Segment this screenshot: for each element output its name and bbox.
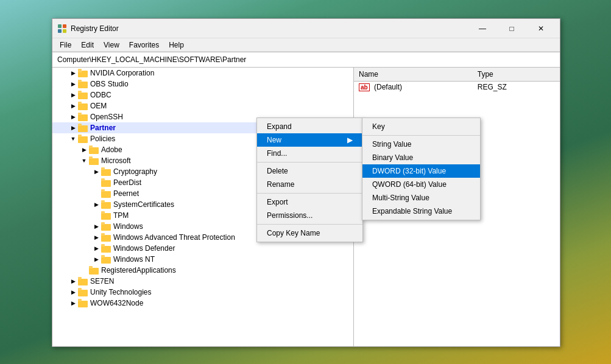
tree-item-oem[interactable]: ▶ OEM — [52, 100, 353, 111]
svg-rect-13 — [78, 114, 88, 121]
folder-icon — [78, 91, 88, 99]
arrow-icon: ▼ — [80, 157, 88, 164]
tree-item-obs[interactable]: ▶ OBS Studio — [52, 79, 353, 89]
ctx-copy-key-name[interactable]: Copy Key Name — [257, 226, 362, 240]
table-row[interactable]: ab (Default) REG_SZ — [354, 81, 560, 93]
folder-icon — [101, 233, 111, 242]
arrow-icon: ▶ — [69, 102, 77, 110]
svg-rect-25 — [101, 180, 111, 187]
svg-rect-43 — [78, 279, 88, 285]
tree-item-label: RegisteredApplications — [101, 266, 176, 275]
svg-rect-10 — [78, 91, 82, 93]
arrow-icon: ▶ — [69, 289, 77, 296]
folder-icon — [78, 102, 88, 110]
close-button[interactable]: ✕ — [527, 19, 555, 38]
submenu-expandable[interactable]: Expandable String Value — [362, 205, 480, 218]
reg-name-cell: ab (Default) — [354, 81, 473, 93]
svg-rect-32 — [101, 211, 105, 214]
arrow-icon: ▶ — [80, 146, 88, 153]
folder-icon — [101, 244, 111, 253]
tree-item-label: Unity Technologies — [90, 288, 152, 296]
tree-item-label: Partner — [90, 124, 116, 132]
tree-item-se7en[interactable]: ▶ SE7EN — [52, 276, 353, 287]
tree-item-label: ODBC — [90, 91, 111, 99]
arrow-icon: ▶ — [69, 299, 77, 307]
arrow-icon: ▶ — [69, 91, 77, 99]
folder-icon — [101, 211, 111, 220]
folder-icon — [78, 135, 88, 143]
arrow-icon: ▶ — [93, 245, 100, 252]
folder-icon — [101, 189, 111, 198]
arrow-icon: ▶ — [93, 168, 100, 175]
svg-rect-36 — [101, 233, 105, 236]
menu-favorites[interactable]: Favorites — [124, 40, 164, 51]
ctx-new[interactable]: New ▶ — [257, 133, 362, 147]
svg-rect-24 — [101, 167, 105, 170]
folder-icon — [89, 145, 99, 154]
svg-rect-39 — [101, 257, 111, 264]
tree-item-label: Adobe — [101, 145, 122, 154]
svg-rect-34 — [101, 222, 105, 225]
svg-rect-18 — [78, 135, 82, 137]
tree-item-label: OpenSSH — [90, 113, 123, 121]
arrow-icon: ▶ — [93, 201, 100, 208]
svg-rect-46 — [78, 288, 82, 290]
svg-rect-45 — [78, 290, 88, 296]
ctx-export[interactable]: Export — [257, 195, 362, 209]
menu-file[interactable]: File — [55, 40, 76, 51]
submenu-key[interactable]: Key — [362, 120, 480, 133]
tree-item-label: SE7EN — [90, 277, 114, 285]
tree-item-odbc[interactable]: ▶ ODBC — [52, 89, 353, 100]
svg-rect-33 — [101, 224, 111, 231]
svg-rect-48 — [78, 299, 82, 301]
svg-rect-17 — [78, 136, 88, 143]
arrow-icon: ▶ — [69, 113, 77, 121]
tree-item-wnt[interactable]: ▶ Windows NT — [52, 254, 353, 265]
reg-name: (Default) — [374, 83, 402, 91]
submenu-string[interactable]: String Value — [362, 138, 480, 151]
submenu-multistring[interactable]: Multi-String Value — [362, 191, 480, 205]
minimize-button[interactable]: — — [468, 19, 496, 38]
ctx-sep2 — [257, 193, 362, 194]
submenu-qword[interactable]: QWORD (64-bit) Value — [362, 178, 480, 191]
tree-item-label: SystemCertificates — [113, 200, 174, 209]
menu-help[interactable]: Help — [164, 40, 189, 51]
svg-rect-11 — [78, 103, 88, 110]
folder-icon — [78, 299, 88, 307]
ctx-delete[interactable]: Delete — [257, 164, 362, 178]
tree-item-regapps[interactable]: ▶ RegisteredApplications — [52, 265, 353, 276]
folder-icon — [78, 288, 88, 296]
arrow-icon: ▶ — [69, 124, 77, 131]
tree-item-nvidia[interactable]: ▶ NVIDIA Corporation — [52, 68, 353, 79]
tree-item-label: Policies — [90, 135, 115, 143]
tree-item-unity[interactable]: ▶ Unity Technologies — [52, 287, 353, 298]
app-icon — [57, 24, 67, 33]
window-controls: — □ ✕ — [468, 19, 555, 38]
tree-item-label: OEM — [90, 102, 107, 110]
tree-item-label: Cryptography — [113, 167, 157, 176]
svg-rect-26 — [101, 178, 105, 181]
folder-icon — [78, 124, 88, 132]
maximize-button[interactable]: □ — [498, 19, 526, 38]
submenu-binary[interactable]: Binary Value — [362, 151, 480, 164]
tree-item-label: OBS Studio — [90, 80, 129, 88]
menu-edit[interactable]: Edit — [76, 40, 99, 51]
context-menu: Expand New ▶ Find... Delete Rename Expor… — [256, 117, 363, 242]
submenu-dword[interactable]: DWORD (32-bit) Value — [362, 164, 480, 178]
ctx-expand[interactable]: Expand — [257, 120, 362, 133]
folder-icon — [101, 222, 111, 231]
ctx-permissions[interactable]: Permissions... — [257, 209, 362, 222]
menu-view[interactable]: View — [99, 40, 124, 51]
svg-rect-0 — [58, 24, 62, 28]
tree-item-wd[interactable]: ▶ Windows Defender — [52, 243, 353, 254]
tree-item-wow[interactable]: ▶ WOW6432Node — [52, 298, 353, 309]
folder-icon — [89, 156, 99, 165]
svg-rect-27 — [101, 191, 111, 198]
svg-rect-42 — [89, 266, 93, 268]
svg-rect-22 — [89, 156, 93, 159]
svg-rect-12 — [78, 102, 82, 104]
folder-icon — [101, 200, 111, 209]
ctx-find[interactable]: Find... — [257, 147, 362, 160]
col-type: Type — [473, 68, 560, 81]
ctx-rename[interactable]: Rename — [257, 178, 362, 191]
